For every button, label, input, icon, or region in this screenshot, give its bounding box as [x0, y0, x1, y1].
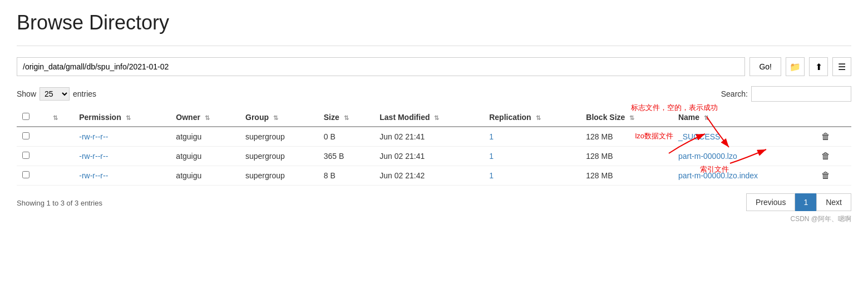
row-checkbox-0[interactable]	[22, 132, 29, 139]
col-permission-label: Permission	[79, 113, 121, 122]
cell-owner-2: atguigu	[170, 166, 240, 186]
delete-button-1[interactable]: 🗑	[819, 151, 832, 161]
name-link-2[interactable]: part-m-00000.lzo.index	[678, 171, 758, 180]
folder-button[interactable]: 📁	[786, 57, 805, 76]
col-checkbox	[17, 108, 45, 127]
cell-permission-2: -rw-r--r--	[73, 166, 170, 186]
col-block-size[interactable]: Block Size ⇅	[580, 108, 673, 127]
cell-block-size-1: 128 MB	[580, 147, 673, 166]
col-group-label: Group	[245, 113, 269, 122]
cell-group-2: supergroup	[240, 166, 318, 186]
permission-sort-icon: ⇅	[126, 114, 131, 122]
cell-last-modified-1: Jun 02 21:41	[374, 147, 484, 166]
cell-block-size-2: 128 MB	[580, 166, 673, 186]
file-table: ⇅ Permission ⇅ Owner ⇅ Group ⇅ Size ⇅	[17, 108, 851, 186]
upload-icon: ⬆	[815, 62, 822, 72]
col-sort[interactable]: ⇅	[45, 108, 73, 127]
page-title: Browse Directory	[17, 11, 851, 34]
entries-select[interactable]: 10 25 50 100	[40, 87, 70, 101]
table-wrapper: 标志文件，空的，表示成功 ⇅ Permission ⇅	[17, 108, 851, 186]
col-permission[interactable]: Permission ⇅	[73, 108, 170, 127]
cell-group-1: supergroup	[240, 147, 318, 166]
col-group[interactable]: Group ⇅	[240, 108, 318, 127]
search-label: Search:	[721, 89, 748, 98]
upload-button[interactable]: ⬆	[809, 57, 828, 76]
cell-empty	[45, 127, 73, 147]
list-button[interactable]: ☰	[832, 57, 851, 76]
name-link-1[interactable]: part-m-00000.lzo	[678, 152, 737, 161]
col-action	[813, 108, 851, 127]
cell-delete-1: 🗑	[813, 147, 851, 166]
cell-owner-0: atguigu	[170, 127, 240, 147]
cell-size-1: 365 B	[318, 147, 374, 166]
replication-link-2[interactable]: 1	[489, 171, 494, 180]
col-owner-label: Owner	[176, 113, 200, 122]
search-input[interactable]	[751, 86, 851, 102]
watermark: CSDN @阿年、嗯啊	[746, 214, 851, 224]
sort-icon: ⇅	[53, 114, 58, 122]
table-row: -rw-r--r-- atguigu supergroup 8 B Jun 02…	[17, 166, 851, 186]
next-button[interactable]: Next	[816, 193, 851, 211]
controls-row: Show 10 25 50 100 entries Search:	[17, 86, 851, 102]
delete-button-0[interactable]: 🗑	[819, 132, 832, 142]
permission-link-0[interactable]: -rw-r--r--	[79, 132, 108, 141]
cell-group-0: supergroup	[240, 127, 318, 147]
col-name[interactable]: Name ⇅	[673, 108, 813, 127]
replication-link-1[interactable]: 1	[489, 152, 494, 161]
list-icon: ☰	[838, 62, 846, 72]
owner-sort-icon: ⇅	[205, 114, 210, 122]
cell-replication-0: 1	[484, 127, 580, 147]
col-size-label: Size	[324, 113, 339, 122]
current-page[interactable]: 1	[795, 193, 816, 211]
cell-delete-0: 🗑	[813, 127, 851, 147]
delete-button-2[interactable]: 🗑	[819, 171, 832, 181]
folder-icon: 📁	[790, 62, 801, 72]
cell-permission-0: -rw-r--r--	[73, 127, 170, 147]
col-size[interactable]: Size ⇅	[318, 108, 374, 127]
cell-name-1: part-m-00000.lzo	[673, 147, 813, 166]
permission-link-2[interactable]: -rw-r--r--	[79, 171, 108, 180]
last-modified-sort-icon: ⇅	[434, 114, 439, 122]
group-sort-icon: ⇅	[273, 114, 278, 122]
replication-sort-icon: ⇅	[536, 114, 541, 122]
go-button[interactable]: Go!	[749, 57, 781, 76]
cell-checkbox	[17, 166, 45, 186]
cell-checkbox	[17, 147, 45, 166]
permission-link-1[interactable]: -rw-r--r--	[79, 152, 108, 161]
table-row: -rw-r--r-- atguigu supergroup 365 B Jun …	[17, 147, 851, 166]
row-checkbox-1[interactable]	[22, 152, 29, 159]
path-input[interactable]	[17, 57, 745, 76]
table-row: -rw-r--r-- atguigu supergroup 0 B Jun 02…	[17, 127, 851, 147]
col-last-modified-label: Last Modified	[379, 113, 430, 122]
name-sort-icon: ⇅	[704, 114, 709, 122]
cell-name-2: part-m-00000.lzo.index	[673, 166, 813, 186]
cell-empty	[45, 166, 73, 186]
path-bar: Go! 📁 ⬆ ☰	[17, 57, 851, 76]
show-label: Show	[17, 89, 36, 98]
cell-permission-1: -rw-r--r--	[73, 147, 170, 166]
block-size-sort-icon: ⇅	[629, 114, 634, 122]
search-box: Search:	[721, 86, 851, 102]
table-header-row: ⇅ Permission ⇅ Owner ⇅ Group ⇅ Size ⇅	[17, 108, 851, 127]
col-last-modified[interactable]: Last Modified ⇅	[374, 108, 484, 127]
cell-owner-1: atguigu	[170, 147, 240, 166]
entries-label: entries	[73, 89, 96, 98]
cell-delete-2: 🗑	[813, 166, 851, 186]
cell-checkbox	[17, 127, 45, 147]
col-replication[interactable]: Replication ⇅	[484, 108, 580, 127]
col-owner[interactable]: Owner ⇅	[170, 108, 240, 127]
select-all-checkbox[interactable]	[22, 113, 29, 120]
replication-link-0[interactable]: 1	[489, 132, 494, 141]
showing-text: Showing 1 to 3 of 3 entries	[17, 193, 102, 207]
cell-last-modified-2: Jun 02 21:42	[374, 166, 484, 186]
cell-block-size-0: 128 MB	[580, 127, 673, 147]
footer-row: Showing 1 to 3 of 3 entries Previous 1 N…	[17, 193, 851, 224]
col-replication-label: Replication	[489, 113, 531, 122]
previous-button[interactable]: Previous	[746, 193, 795, 211]
cell-size-2: 8 B	[318, 166, 374, 186]
cell-replication-2: 1	[484, 166, 580, 186]
row-checkbox-2[interactable]	[22, 171, 29, 178]
cell-replication-1: 1	[484, 147, 580, 166]
size-sort-icon: ⇅	[344, 114, 349, 122]
name-link-0[interactable]: _SUCCESS	[678, 132, 720, 141]
